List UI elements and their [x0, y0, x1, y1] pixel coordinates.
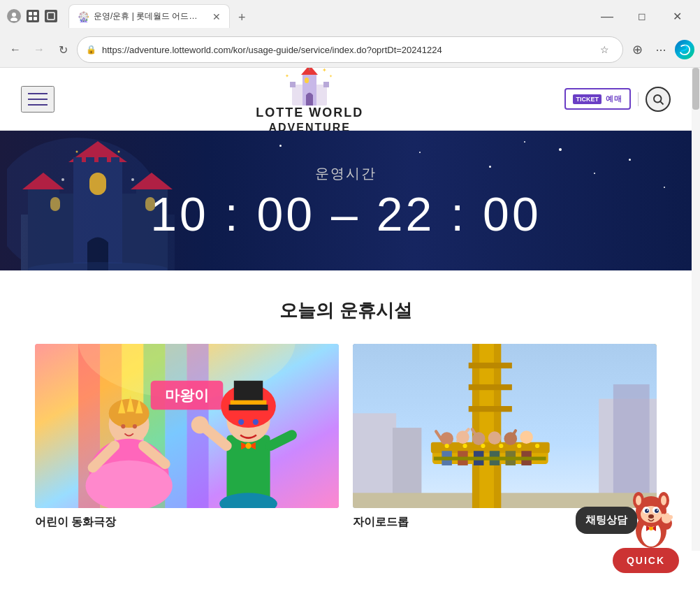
svg-rect-6 [48, 13, 54, 20]
browser-grid-icon[interactable] [27, 10, 39, 22]
svg-point-113 [462, 444, 467, 448]
reservation-label: 예매 [606, 94, 622, 104]
svg-text:마왕이: 마왕이 [165, 387, 209, 403]
svg-rect-31 [99, 157, 107, 164]
menu-line-1 [28, 93, 48, 94]
svg-point-115 [499, 444, 503, 448]
logo-lotte-world: LOTTE WORLD [256, 106, 363, 120]
star-8 [664, 187, 665, 188]
tab-close-button[interactable]: ✕ [212, 11, 221, 22]
operating-hours-label: 운영시간 [150, 164, 541, 183]
minimize-button[interactable]: — [591, 5, 623, 27]
svg-rect-11 [290, 82, 296, 87]
edge-logo [675, 40, 694, 59]
svg-point-57 [121, 424, 125, 428]
svg-point-133 [647, 509, 648, 511]
menu-line-2 [28, 99, 48, 100]
svg-point-140 [669, 515, 673, 519]
refresh-button[interactable]: ↻ [53, 40, 73, 59]
restore-button[interactable]: ◻ [626, 5, 658, 27]
address-input[interactable] [102, 45, 589, 55]
svg-point-117 [535, 444, 539, 448]
quick-button[interactable]: QUICK [613, 548, 679, 551]
chat-bubble[interactable]: 채팅상담 [576, 507, 637, 534]
operating-hours-time: 10 : 00 – 22 : 00 [150, 190, 541, 238]
browser-tab-bar: 🎡 운영/운휴 | 롯데월드 어드벤처 ✕ + [63, 4, 585, 28]
star-5 [559, 148, 562, 151]
logo-text-container: LOTTE WORLD ADVENTURE [256, 106, 363, 134]
browser-menu-button[interactable]: ··· [651, 40, 671, 59]
svg-rect-91 [469, 384, 512, 390]
svg-point-139 [665, 513, 669, 517]
svg-rect-32 [111, 157, 119, 164]
chat-mascot-area: 채팅상담 [623, 485, 679, 548]
scrollbar-track[interactable] [692, 68, 700, 551]
svg-text:✦: ✦ [329, 74, 333, 78]
hamburger-menu-button[interactable] [21, 86, 54, 113]
svg-rect-35 [50, 197, 60, 211]
card-1-image[interactable]: 마왕이 [35, 344, 339, 508]
header-right: TICKET 예매 [564, 87, 671, 112]
svg-point-134 [657, 509, 658, 511]
svg-rect-111 [434, 457, 546, 461]
browser-titlebar: 🎡 운영/운휴 | 롯데월드 어드벤처 ✕ + — ◻ ✕ [0, 0, 700, 32]
browser-profile-icon[interactable] [7, 9, 21, 23]
svg-rect-70 [229, 405, 268, 410]
svg-point-114 [481, 444, 485, 448]
svg-point-1 [10, 17, 17, 21]
back-button[interactable]: ← [6, 40, 25, 59]
svg-point-101 [488, 431, 502, 444]
tab-title: 운영/운휴 | 롯데월드 어드벤처 [94, 10, 205, 22]
svg-rect-3 [34, 12, 37, 15]
svg-point-58 [133, 424, 137, 428]
extensions-button[interactable]: ⊕ [627, 40, 647, 59]
browser-chrome: 🎡 운영/운휴 | 롯데월드 어드벤처 ✕ + — ◻ ✕ ← → ↻ 🔒 ☆ … [0, 0, 700, 68]
star-2 [419, 152, 421, 153]
svg-point-18 [654, 95, 662, 103]
card-1-title: 어린이 동화극장 [35, 515, 339, 530]
address-bar[interactable]: 🔒 ☆ [77, 36, 623, 63]
svg-rect-13 [305, 78, 309, 83]
svg-point-40 [118, 151, 120, 153]
site-content: ✦ ✦ ✦ LOTTE WORLD ADVENTURE TICKET 예매 [0, 68, 692, 551]
star-6 [594, 173, 595, 174]
card-2-image[interactable] [353, 344, 657, 508]
svg-point-38 [61, 178, 64, 181]
ticket-icon: TICKET [573, 94, 601, 104]
svg-rect-30 [86, 157, 94, 164]
svg-point-132 [655, 509, 659, 513]
svg-point-112 [445, 444, 449, 448]
window-controls: — ◻ ✕ [591, 5, 693, 27]
new-tab-button[interactable]: + [233, 8, 251, 28]
svg-point-77 [245, 443, 251, 449]
facility-cards-grid: 마왕이 [35, 344, 657, 530]
svg-point-138 [661, 514, 665, 518]
svg-line-19 [660, 101, 663, 104]
close-button[interactable]: ✕ [661, 5, 693, 27]
svg-point-127 [661, 495, 666, 505]
site-logo[interactable]: ✦ ✦ ✦ LOTTE WORLD ADVENTURE [256, 68, 363, 134]
ticket-button[interactable]: TICKET 예매 [564, 88, 631, 110]
svg-rect-12 [323, 82, 329, 87]
performers-illustration: 마왕이 [35, 344, 339, 508]
svg-rect-4 [29, 17, 32, 20]
svg-point-131 [645, 509, 649, 513]
hero-banner: 운영시간 10 : 00 – 22 : 00 [0, 131, 692, 270]
svg-point-0 [12, 13, 16, 17]
menu-line-3 [28, 104, 48, 106]
svg-rect-90 [469, 363, 512, 368]
card-1: 마왕이 [35, 344, 339, 530]
svg-rect-34 [89, 173, 106, 195]
scrollbar-thumb[interactable] [692, 68, 699, 110]
browser-window-icon[interactable] [45, 10, 57, 22]
site-header: ✦ ✦ ✦ LOTTE WORLD ADVENTURE TICKET 예매 [0, 68, 692, 131]
favorite-button[interactable]: ☆ [595, 40, 614, 59]
page-wrapper: ✦ ✦ ✦ LOTTE WORLD ADVENTURE TICKET 예매 [0, 68, 700, 551]
svg-point-105 [520, 430, 533, 444]
active-tab[interactable]: 🎡 운영/운휴 | 롯데월드 어드벤처 ✕ [68, 4, 230, 28]
hero-content: 운영시간 10 : 00 – 22 : 00 [150, 164, 541, 238]
svg-rect-29 [73, 157, 82, 164]
svg-rect-71 [231, 400, 267, 405]
forward-button[interactable]: → [29, 40, 49, 59]
search-button[interactable] [646, 87, 671, 112]
